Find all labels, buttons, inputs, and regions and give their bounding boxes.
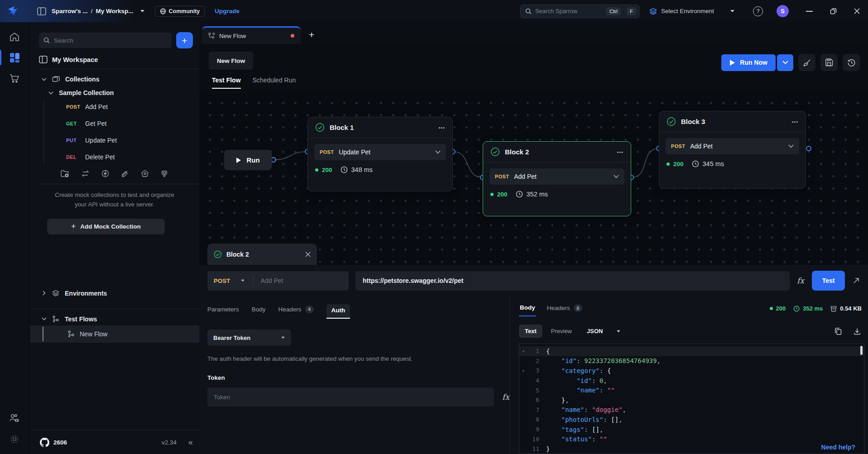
auth-type-selector[interactable]: Bearer Token (207, 330, 291, 346)
collection-request-delete-pet[interactable]: DELDelete Pet (30, 148, 199, 165)
tab-new-flow[interactable]: New Flow (202, 26, 301, 44)
dynamic-expression-icon[interactable]: fx (797, 276, 804, 285)
success-check-icon (214, 250, 222, 258)
tab-response-body[interactable]: Body (519, 304, 536, 316)
tab-auth[interactable]: Auth (326, 304, 350, 319)
test-button[interactable]: Test (812, 271, 845, 291)
workspace-caret-icon[interactable] (140, 10, 145, 13)
response-time: 352 ms (527, 191, 548, 198)
collection-request-add-pet[interactable]: POSTAdd Pet (30, 98, 199, 115)
compare-arrows-icon[interactable] (81, 170, 90, 177)
save-button[interactable] (820, 54, 838, 71)
tab-scheduled-run[interactable]: Scheduled Run (253, 76, 296, 88)
block-menu-icon[interactable]: ••• (791, 119, 798, 124)
view-mode-text[interactable]: Text (519, 325, 542, 338)
fold-caret-icon[interactable]: ▾ (519, 368, 528, 373)
history-button[interactable] (843, 54, 860, 71)
close-icon[interactable] (854, 8, 860, 14)
clear-canvas-button[interactable] (798, 54, 815, 71)
minimize-button[interactable] (806, 11, 813, 12)
community-users-icon[interactable] (0, 408, 29, 429)
copy-icon[interactable] (834, 327, 842, 335)
ai-assistant-icon[interactable] (161, 170, 168, 177)
url-input[interactable] (355, 271, 790, 291)
tab-body[interactable]: Body (252, 306, 266, 317)
sidebar-search[interactable] (39, 33, 172, 48)
collapse-sidebar-icon[interactable]: « (188, 438, 193, 446)
upgrade-link[interactable]: Upgrade (215, 8, 240, 14)
add-new-button[interactable]: + (176, 32, 193, 48)
line-number: 6 (528, 397, 539, 403)
block-request-selector[interactable]: POST Add Pet (489, 168, 624, 185)
close-icon[interactable] (305, 252, 311, 257)
help-button[interactable]: ? (753, 6, 763, 16)
test-flows-label: Test Flows (65, 315, 97, 323)
home-icon[interactable] (0, 27, 29, 47)
breadcrumb[interactable]: Sparrow's ... / My Worksp... (52, 8, 134, 14)
run-now-button[interactable]: Run Now (721, 54, 776, 71)
bolt-circle-icon[interactable] (101, 170, 109, 177)
workspace-switcher-icon[interactable] (37, 7, 46, 15)
tab-response-headers[interactable]: Headers 8 (547, 304, 582, 316)
add-mock-collection-button[interactable]: + Add Mock Collection (47, 219, 165, 234)
folder-plus-icon[interactable] (61, 170, 69, 177)
new-tab-button[interactable]: + (309, 29, 314, 44)
view-mode-preview[interactable]: Preview (545, 325, 578, 338)
tab-test-flow[interactable]: Test Flow (212, 76, 241, 89)
fold-caret-icon[interactable]: ▾ (519, 349, 528, 354)
flow-block-2[interactable]: Block 2 ••• POST Add Pet 200 352 ms (483, 141, 631, 216)
block-request-selector[interactable]: POST Add Pet (666, 138, 799, 154)
unsaved-indicator-dot (291, 34, 294, 38)
block-request-selector[interactable]: POST Update Pet (314, 144, 446, 160)
sidebar-search-input[interactable] (54, 37, 167, 44)
flow-canvas[interactable]: Run Block 1 ••• POST Update Pet 200 (199, 94, 868, 454)
restore-button[interactable] (830, 8, 837, 14)
sidebar-item-environments[interactable]: Environments (41, 290, 199, 303)
editor-scrollbar[interactable] (860, 346, 863, 355)
success-check-icon (315, 123, 325, 132)
environment-selector[interactable]: Select Environment (649, 8, 735, 15)
request-name-placeholder[interactable]: Add Pet (261, 277, 283, 284)
status-code: 200 (322, 167, 332, 173)
global-search-input[interactable] (535, 8, 603, 14)
sidebar-item-sample-collection[interactable]: Sample Collection (48, 89, 199, 96)
workspace-apps-icon[interactable] (0, 47, 29, 68)
titlebar: Sparrow's ... / My Worksp... Community U… (0, 0, 868, 22)
run-node[interactable]: Run (224, 150, 272, 170)
avatar[interactable]: S (777, 5, 789, 17)
flow-block-1[interactable]: Block 1 ••• POST Update Pet 200 348 ms (307, 117, 453, 191)
sidebar-item-collections[interactable]: Collections (41, 76, 199, 83)
dynamic-expression-icon[interactable]: fx (502, 392, 509, 401)
headers-count-badge: 4 (305, 306, 314, 313)
settings-gear-icon[interactable] (0, 429, 29, 449)
community-button[interactable]: Community (155, 6, 205, 17)
github-icon[interactable] (40, 438, 49, 447)
flow-icon (208, 33, 215, 39)
response-body-editor[interactable]: ▾1{2 "id": 9223372036854764939,▾3 "categ… (519, 344, 864, 454)
format-selector[interactable]: JSON (587, 328, 621, 335)
token-input[interactable] (207, 387, 494, 406)
caret-down-icon (616, 330, 621, 333)
collection-request-get-pet[interactable]: GETGet Pet (30, 115, 199, 132)
run-options-button[interactable] (777, 54, 793, 71)
webhook-icon[interactable] (141, 170, 149, 177)
tab-parameters[interactable]: Parameters (207, 306, 239, 317)
marketplace-cart-icon[interactable] (0, 68, 29, 89)
flow-block-3[interactable]: Block 3 ••• POST Add Pet 200 345 ms (659, 111, 806, 189)
tab-headers[interactable]: Headers 4 (278, 306, 314, 318)
need-help-link[interactable]: Need help? (821, 444, 855, 451)
status-dot (315, 168, 318, 172)
global-search[interactable]: Ctrl F (520, 5, 639, 18)
sidebar-item-test-flows[interactable]: Test Flows (41, 315, 199, 325)
shortcut-key-f: F (627, 7, 636, 15)
sidebar-item-new-flow[interactable]: New Flow (30, 325, 199, 343)
block-menu-icon[interactable]: ••• (438, 125, 445, 130)
flow-title[interactable]: New Flow (209, 52, 253, 70)
collection-request-update-pet[interactable]: PUTUpdate Pet (30, 132, 199, 148)
block-menu-icon[interactable]: ••• (617, 149, 623, 155)
download-icon[interactable] (854, 328, 861, 335)
pen-slash-icon[interactable] (121, 170, 129, 177)
method-selector[interactable]: POST Add Pet (207, 271, 349, 291)
block-detail-tab[interactable]: Block 2 (207, 244, 317, 265)
open-in-new-icon[interactable] (853, 277, 860, 284)
